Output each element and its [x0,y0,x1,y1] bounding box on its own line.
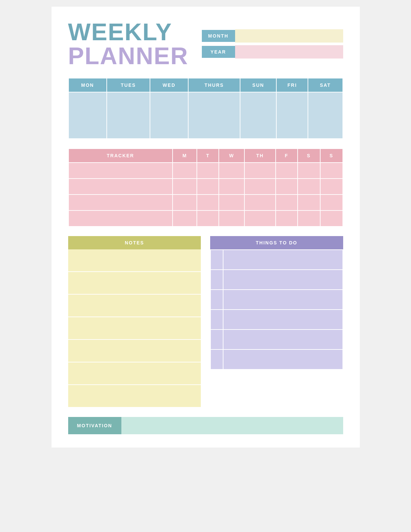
cell-mon[interactable] [68,92,107,139]
tracker-section: TRACKER M T W TH F S S [68,148,343,227]
year-row: YEAR [202,45,343,59]
title-planner: PLANNER [68,44,189,68]
title-weekly: WEEKLY [68,20,189,44]
tracker-th-1[interactable] [244,163,276,179]
tracker-s2-4[interactable] [320,210,343,226]
tracker-header-s2: S [320,149,343,163]
tracker-header-f: F [276,149,298,163]
todo-text-1[interactable] [223,250,343,270]
tracker-s2-2[interactable] [320,179,343,195]
todo-row-4 [210,310,343,330]
tracker-w-2[interactable] [219,179,244,195]
tracker-f-4[interactable] [276,210,298,226]
notes-row-5[interactable] [68,340,201,362]
todo-check-5[interactable] [210,330,223,349]
month-value[interactable] [235,29,343,43]
todo-row-3 [210,290,343,310]
weekly-planner-page: WEEKLY PLANNER MONTH YEAR MON TUES WED T… [52,7,360,448]
cell-fri[interactable] [276,92,308,139]
todo-check-1[interactable] [210,250,223,270]
todo-row-1 [210,250,343,270]
tracker-t-3[interactable] [197,195,219,210]
tracker-s2-1[interactable] [320,163,343,179]
todo-text-4[interactable] [223,310,343,330]
todo-block: THINGS TO DO [210,236,343,408]
tracker-m-3[interactable] [173,195,197,210]
title-block: WEEKLY PLANNER [68,20,189,68]
tracker-row [68,195,343,210]
cell-tues[interactable] [107,92,150,139]
tracker-w-1[interactable] [219,163,244,179]
todo-check-6[interactable] [210,349,223,369]
tracker-header-th: TH [244,149,276,163]
notes-row-2[interactable] [68,272,201,295]
tracker-row [68,179,343,195]
todo-text-5[interactable] [223,330,343,349]
todo-row-5 [210,330,343,349]
tracker-header-m: M [173,149,197,163]
todo-text-3[interactable] [223,290,343,310]
cell-thurs[interactable] [188,92,240,139]
tracker-name-2[interactable] [68,179,173,195]
tracker-w-4[interactable] [219,210,244,226]
tracker-header-w: W [219,149,244,163]
month-label: MONTH [202,30,235,42]
tracker-s1-1[interactable] [298,163,320,179]
weekly-grid: MON TUES WED THURS SUN FRI SAT [68,78,343,139]
tracker-f-1[interactable] [276,163,298,179]
tracker-th-2[interactable] [244,179,276,195]
motivation-value[interactable] [121,417,343,434]
tracker-name-4[interactable] [68,210,173,226]
tracker-th-3[interactable] [244,195,276,210]
tracker-t-2[interactable] [197,179,219,195]
tracker-s1-4[interactable] [298,210,320,226]
tracker-row [68,210,343,226]
day-header-fri: FRI [276,78,308,92]
tracker-f-3[interactable] [276,195,298,210]
year-value[interactable] [235,45,343,59]
month-year-block: MONTH YEAR [202,29,343,59]
tracker-row [68,163,343,179]
todo-text-2[interactable] [223,270,343,290]
cell-wed[interactable] [150,92,189,139]
tracker-grid: TRACKER M T W TH F S S [68,148,343,227]
weekly-row [68,92,343,139]
tracker-m-1[interactable] [173,163,197,179]
tracker-s1-2[interactable] [298,179,320,195]
notes-row-7[interactable] [68,385,201,408]
day-header-tues: TUES [107,78,150,92]
todo-check-3[interactable] [210,290,223,310]
notes-block: NOTES [68,236,201,408]
tracker-label: TRACKER [68,149,173,163]
tracker-f-2[interactable] [276,179,298,195]
notes-row-1[interactable] [68,249,201,272]
tracker-t-1[interactable] [197,163,219,179]
todo-header: THINGS TO DO [210,236,343,249]
tracker-m-4[interactable] [173,210,197,226]
notes-row-6[interactable] [68,362,201,385]
notes-row-3[interactable] [68,295,201,317]
notes-row-4[interactable] [68,317,201,340]
tracker-th-4[interactable] [244,210,276,226]
day-header-thurs: THURS [188,78,240,92]
tracker-w-3[interactable] [219,195,244,210]
tracker-s2-3[interactable] [320,195,343,210]
tracker-name-1[interactable] [68,163,173,179]
cell-sun[interactable] [240,92,276,139]
tracker-header-s1: S [298,149,320,163]
todo-check-2[interactable] [210,270,223,290]
todo-row-6 [210,349,343,369]
todo-table [210,249,343,370]
day-header-sat: SAT [308,78,342,92]
day-header-wed: WED [150,78,189,92]
tracker-t-4[interactable] [197,210,219,226]
todo-text-6[interactable] [223,349,343,369]
cell-sat[interactable] [308,92,342,139]
tracker-m-2[interactable] [173,179,197,195]
header: WEEKLY PLANNER MONTH YEAR [68,20,343,68]
tracker-name-3[interactable] [68,195,173,210]
notes-header: NOTES [68,236,201,249]
todo-check-4[interactable] [210,310,223,330]
tracker-header-t: T [197,149,219,163]
tracker-s1-3[interactable] [298,195,320,210]
